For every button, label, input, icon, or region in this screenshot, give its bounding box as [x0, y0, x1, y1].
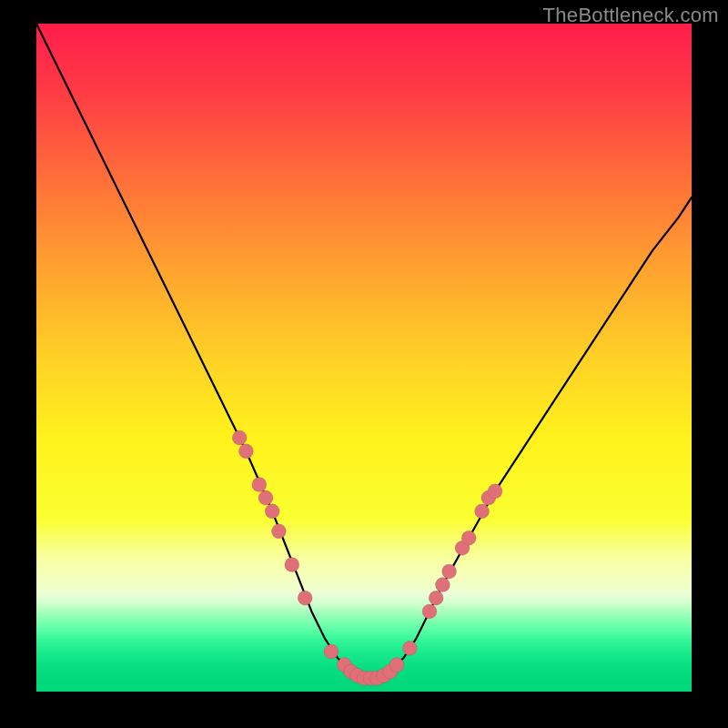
marker-dot [298, 591, 312, 605]
curve-svg [36, 24, 692, 692]
marker-dot [429, 591, 443, 605]
marker-dot [389, 658, 404, 672]
marker-dot [402, 641, 417, 655]
marker-dot [265, 504, 279, 519]
marker-dot [232, 430, 247, 445]
marker-dot [324, 644, 339, 659]
bottleneck-curve [36, 24, 692, 678]
marker-dot [435, 578, 450, 592]
marker-dot [285, 558, 299, 572]
marker-dot [461, 531, 476, 545]
marker-dot [252, 478, 267, 492]
marker-group [232, 430, 502, 685]
marker-dot [271, 524, 286, 539]
marker-dot [422, 604, 437, 619]
marker-dot [488, 484, 502, 499]
marker-dot [258, 490, 273, 505]
plot-area [36, 24, 692, 692]
marker-dot [442, 564, 457, 579]
marker-dot [238, 444, 253, 459]
chart-stage: TheBottleneck.com [0, 0, 728, 728]
marker-dot [475, 504, 490, 519]
